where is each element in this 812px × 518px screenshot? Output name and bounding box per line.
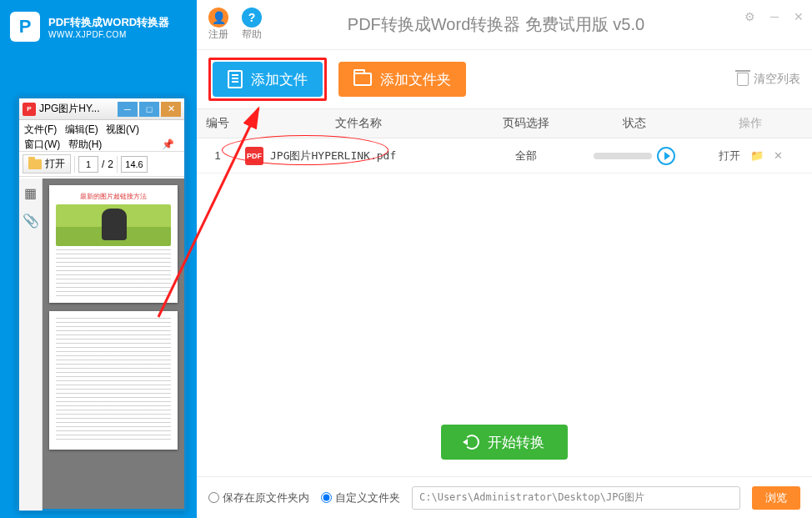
- header-num: 编号: [197, 116, 238, 131]
- actionbar: 添加文件 添加文件夹 清空列表: [197, 50, 812, 108]
- menu-window[interactable]: 窗口(W): [24, 138, 60, 150]
- start-convert-button[interactable]: 开始转换: [441, 425, 568, 460]
- logo: P PDF转换成WORD转换器 WWW.XJPDF.COM: [0, 0, 197, 53]
- radio-save-same-folder[interactable]: 保存在原文件夹内: [208, 490, 309, 505]
- add-file-label: 添加文件: [251, 70, 308, 89]
- radio-label-same: 保存在原文件夹内: [223, 490, 309, 505]
- clear-list-button[interactable]: 清空列表: [737, 72, 800, 87]
- window-controls: ⚙ ─ ✕: [744, 10, 804, 23]
- thumb-title: 最新的图片超链接方法: [56, 192, 171, 201]
- help-icon: ?: [242, 8, 262, 28]
- register-button[interactable]: 👤 注册: [208, 8, 228, 42]
- open-label: 打开: [45, 157, 65, 171]
- menu-help[interactable]: 帮助(H): [68, 138, 103, 150]
- logo-title: PDF转换成WORD转换器: [48, 15, 169, 30]
- open-folder-icon[interactable]: 📁: [750, 149, 764, 162]
- pdf-badge-icon: PDF: [245, 147, 263, 165]
- page-total: 2: [108, 158, 113, 170]
- pdf-viewer-title: JPG图片HY...: [39, 102, 116, 116]
- row-pages[interactable]: 全部: [472, 148, 580, 163]
- start-row-button[interactable]: [657, 147, 675, 165]
- pdf-thumb-1[interactable]: 最新的图片超链接方法: [49, 185, 178, 303]
- topbar: 👤 注册 ? 帮助 PDF转换成Word转换器 免费试用版 v5.0 ⚙ ─ ✕: [197, 0, 812, 50]
- divider: [74, 156, 75, 173]
- app-title: PDF转换成Word转换器 免费试用版 v5.0: [275, 13, 800, 36]
- folder-icon: [353, 73, 372, 86]
- attachments-icon[interactable]: 📎: [23, 213, 39, 229]
- logo-url: WWW.XJPDF.COM: [48, 30, 169, 39]
- row-filename-cell: PDF JPG图片HYPERLINK.pdf: [238, 147, 472, 165]
- help-label: 帮助: [242, 28, 262, 42]
- settings-icon[interactable]: ⚙: [744, 10, 755, 23]
- thumbnails-icon[interactable]: ▦: [24, 185, 37, 201]
- remove-row-icon[interactable]: ✕: [774, 149, 783, 162]
- main-panel: 👤 注册 ? 帮助 PDF转换成Word转换器 免费试用版 v5.0 ⚙ ─ ✕…: [197, 0, 812, 518]
- radio-save-custom-folder[interactable]: 自定义文件夹: [321, 490, 400, 505]
- pdf-thumbnails[interactable]: 最新的图片超链接方法: [43, 179, 184, 509]
- convert-icon: [464, 435, 479, 450]
- clear-list-label: 清空列表: [754, 72, 800, 87]
- pin-icon[interactable]: 📌: [162, 137, 174, 152]
- pdf-viewer-sidebar: ▦ 📎: [19, 179, 43, 510]
- maximize-button[interactable]: □: [139, 102, 159, 117]
- browse-button[interactable]: 浏览: [752, 486, 800, 510]
- help-button[interactable]: ? 帮助: [242, 8, 262, 42]
- header-pages: 页码选择: [472, 116, 580, 131]
- register-label: 注册: [208, 28, 228, 42]
- open-file-button[interactable]: 打开: [23, 154, 71, 174]
- thumb-image: [56, 204, 171, 246]
- add-folder-button[interactable]: 添加文件夹: [338, 62, 466, 97]
- user-icon: 👤: [208, 8, 228, 28]
- add-folder-label: 添加文件夹: [380, 70, 451, 89]
- highlight-add-file: 添加文件: [208, 58, 327, 101]
- close-button[interactable]: ✕: [161, 102, 181, 117]
- radio-input-same[interactable]: [208, 492, 219, 503]
- thumb-text: [56, 249, 171, 296]
- header-name: 文件名称: [238, 116, 472, 131]
- row-num: 1: [197, 149, 238, 162]
- thumb-text: [56, 318, 171, 443]
- row-status: [580, 147, 689, 165]
- table-header: 编号 文件名称 页码选择 状态 操作: [197, 108, 812, 138]
- pdf-viewer-window: P JPG图片HY... ─ □ ✕ 文件(F) 编辑(E) 视图(V) 窗口(…: [17, 96, 187, 511]
- row-ops: 打开 📁 ✕: [689, 148, 812, 163]
- save-options-row: 保存在原文件夹内 自定义文件夹 浏览: [197, 476, 812, 518]
- pdf-thumb-2[interactable]: [49, 311, 178, 450]
- minimize-button[interactable]: ─: [118, 102, 138, 117]
- page-sep: /: [102, 158, 104, 170]
- table-row[interactable]: 1 PDF JPG图片HYPERLINK.pdf 全部 打开 📁 ✕: [197, 138, 812, 174]
- radio-input-custom[interactable]: [321, 492, 332, 503]
- header-ops: 操作: [689, 116, 812, 131]
- menu-view[interactable]: 视图(V): [106, 123, 139, 135]
- zoom-input[interactable]: [121, 156, 148, 173]
- pdf-viewer-menubar: 文件(F) 编辑(E) 视图(V) 窗口(W) 帮助(H) 📌: [19, 120, 184, 152]
- logo-mark: P: [10, 12, 40, 42]
- pdf-viewer-titlebar[interactable]: P JPG图片HY... ─ □ ✕: [19, 98, 184, 120]
- divider: [117, 156, 118, 173]
- start-convert-label: 开始转换: [488, 433, 544, 452]
- bottom-area: 开始转换 保存在原文件夹内 自定义文件夹 浏览: [197, 408, 812, 518]
- close-icon[interactable]: ✕: [794, 10, 804, 23]
- open-file-link[interactable]: 打开: [719, 148, 740, 163]
- menu-file[interactable]: 文件(F): [24, 123, 57, 135]
- row-filename: JPG图片HYPERLINK.pdf: [270, 148, 396, 163]
- save-path-input[interactable]: [412, 486, 740, 510]
- document-icon: [228, 70, 243, 88]
- pdf-viewer-toolbar: 打开 / 2: [19, 152, 184, 177]
- radio-label-custom: 自定义文件夹: [335, 490, 400, 505]
- minimize-icon[interactable]: ─: [770, 10, 779, 23]
- trash-icon: [737, 73, 749, 86]
- menu-edit[interactable]: 编辑(E): [65, 123, 98, 135]
- pdf-reader-icon: P: [23, 103, 36, 116]
- header-status: 状态: [580, 116, 689, 131]
- add-file-button[interactable]: 添加文件: [213, 62, 323, 97]
- page-current-input[interactable]: [78, 156, 98, 173]
- folder-icon: [28, 159, 42, 169]
- progress-bar: [594, 153, 652, 159]
